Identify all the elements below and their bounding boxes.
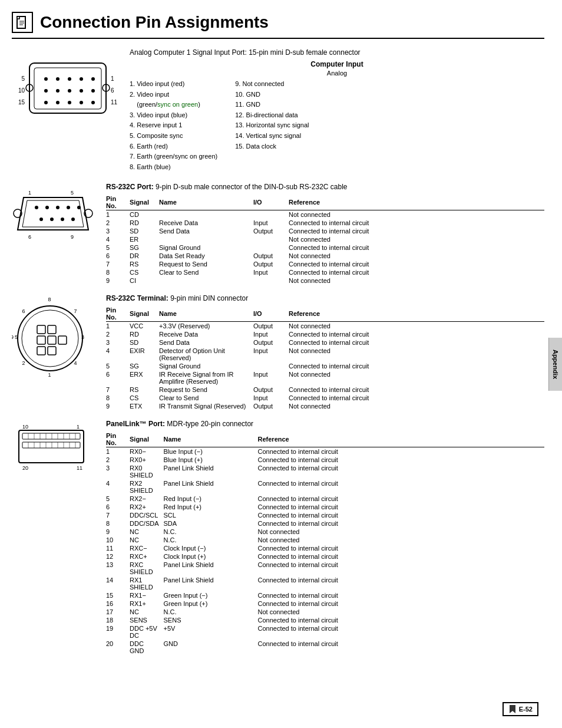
svg-rect-57 — [37, 325, 45, 334]
rs232c-terminal-table-container: RS-232C Terminal: 9-pin mini DIN connect… — [106, 294, 544, 410]
list-item: 6. Earth (red) — [130, 141, 217, 152]
svg-rect-2 — [17, 17, 19, 19]
cell-name: Panel Link Shield — [164, 464, 258, 479]
table-row: 9 CI Not connected — [106, 276, 544, 285]
cell-signal: CD — [130, 210, 159, 219]
svg-text:8: 8 — [48, 297, 51, 302]
svg-point-55 — [18, 306, 82, 371]
cell-name: Signal Ground — [159, 243, 253, 252]
cell-signal: SD — [130, 227, 159, 235]
cell-signal: ETX — [130, 402, 159, 410]
analog-connector-svg: 5 10 15 1 6 11 — [12, 48, 118, 125]
cell-ref: Connected to internal circuit — [258, 479, 544, 495]
computer-input-title: Computer Input — [130, 60, 544, 68]
cell-signal: DDC GND — [130, 640, 164, 655]
panellink-section: 10 1 — [12, 420, 544, 655]
svg-text:10: 10 — [22, 424, 28, 430]
cell-io: Output — [253, 322, 289, 331]
cell-pin: 14 — [106, 576, 130, 591]
appendix-tab: Appendix — [548, 337, 562, 390]
cell-pin: 8 — [106, 268, 130, 276]
cell-ref: Connected to internal circuit — [258, 552, 544, 561]
rs232c-terminal-title-bold: RS-232C Terminal: — [106, 294, 168, 302]
svg-text:15: 15 — [18, 99, 25, 106]
table-row: 8 CS Clear to Send Input Connected to in… — [106, 394, 544, 402]
svg-point-14 — [44, 77, 48, 81]
cell-name — [159, 210, 253, 219]
svg-text:5: 5 — [21, 75, 25, 82]
th-name: Name — [164, 431, 258, 447]
cell-name: N.C. — [164, 608, 258, 616]
cell-ref: Connected to internal circuit — [258, 576, 544, 591]
cell-signal: DDC +5V DC — [130, 624, 164, 640]
cell-pin: 5 — [106, 362, 130, 370]
cell-pin: 9 — [106, 276, 130, 285]
svg-text:1: 1 — [111, 75, 114, 82]
svg-point-35 — [56, 206, 59, 209]
th-io: I/O — [253, 195, 289, 210]
table-header-row: Pin No. Signal Name I/O Reference — [106, 306, 544, 322]
cell-signal: RS — [130, 386, 159, 394]
rs232c-terminal-title: RS-232C Terminal: 9-pin mini DIN connect… — [106, 294, 544, 302]
rs232c-port-svg: 1 5 6 9 — [12, 183, 94, 248]
svg-text:1: 1 — [77, 424, 80, 430]
table-row: 4 ER Not connected — [106, 235, 544, 243]
cell-name: SENS — [164, 616, 258, 624]
cell-name: Send Data — [159, 227, 253, 235]
rs232c-port-table-container: RS-232C Port: 9-pin D-sub male connector… — [106, 183, 544, 285]
cell-name: IR Transmit Signal (Reserved) — [159, 402, 253, 410]
cell-name: N.C. — [164, 536, 258, 544]
computer-input-subtitle: Analog — [130, 70, 544, 77]
svg-point-17 — [80, 77, 83, 81]
analog-title-bold: Analog Computer 1 Signal Input Port: — [130, 48, 247, 57]
cell-name: Send Data — [159, 338, 253, 347]
cell-name: +5V — [164, 624, 258, 640]
table-row: 2 RD Receive Data Input Connected to int… — [106, 219, 544, 227]
rs232c-terminal-svg: 8 7 3 4 1 2 5 6 9 — [12, 294, 94, 388]
cell-signal: RXC+ — [130, 552, 164, 561]
list-item: 15. Data clock — [235, 141, 309, 152]
svg-rect-58 — [48, 325, 56, 334]
cell-name: Green Input (−) — [164, 591, 258, 599]
cell-name: IR Receive Signal from IR Amplifire (Res… — [159, 370, 253, 386]
cell-ref: Connected to internal circuit — [289, 362, 544, 370]
cell-signal: RX2− — [130, 495, 164, 503]
cell-ref: Connected to internal circuit — [289, 260, 544, 268]
svg-rect-67 — [22, 433, 80, 439]
rs232c-port-diagram: 1 5 6 9 — [12, 183, 94, 285]
cell-ref: Connected to internal circuit — [258, 511, 544, 519]
cell-ref: Connected to internal circuit — [258, 464, 544, 479]
svg-text:2: 2 — [22, 360, 25, 366]
svg-point-19 — [44, 89, 48, 93]
cell-ref: Not connected — [289, 370, 544, 386]
cell-io: Input — [253, 370, 289, 386]
rs232c-terminal-section: 8 7 3 4 1 2 5 6 9 RS-232C Terminal: 9-pi — [12, 294, 544, 410]
table-row: 9 NC N.C. Not connected — [106, 528, 544, 536]
cell-name — [159, 276, 253, 285]
cell-io — [253, 276, 289, 285]
cell-ref: Connected to internal circuit — [289, 330, 544, 338]
analog-section: 5 10 15 1 6 11 — [12, 48, 544, 172]
cell-pin: 15 — [106, 591, 130, 599]
svg-point-40 — [61, 218, 64, 221]
list-item: 3. Video input (blue) — [130, 110, 217, 121]
table-row: 1 CD Not connected — [106, 210, 544, 219]
cell-signal: VCC — [130, 322, 159, 331]
cell-signal: RXC− — [130, 544, 164, 552]
table-row: 1 RX0− Blue Input (−) Connected to inter… — [106, 447, 544, 456]
cell-signal: NC — [130, 528, 164, 536]
cell-ref: Not connected — [289, 402, 544, 410]
cell-ref: Connected to internal circuit — [289, 243, 544, 252]
cell-signal: SG — [130, 362, 159, 370]
cell-name: SDA — [164, 519, 258, 528]
cell-ref: Connected to internal circuit — [258, 456, 544, 464]
table-row: 2 RX0+ Blue Input (+) Connected to inter… — [106, 456, 544, 464]
cell-pin: 3 — [106, 464, 130, 479]
svg-text:5: 5 — [71, 190, 74, 196]
cell-name: Signal Ground — [159, 362, 253, 370]
pin-list-right: 9. Not connected 10. GND 11. GND 12. Bi-… — [235, 79, 309, 172]
cell-ref: Not connected — [289, 347, 544, 362]
table-row: 6 RX2+ Red Input (+) Connected to intern… — [106, 503, 544, 511]
table-row: 12 RXC+ Clock Input (+) Connected to int… — [106, 552, 544, 561]
page-number-container: E-52 — [503, 702, 538, 716]
